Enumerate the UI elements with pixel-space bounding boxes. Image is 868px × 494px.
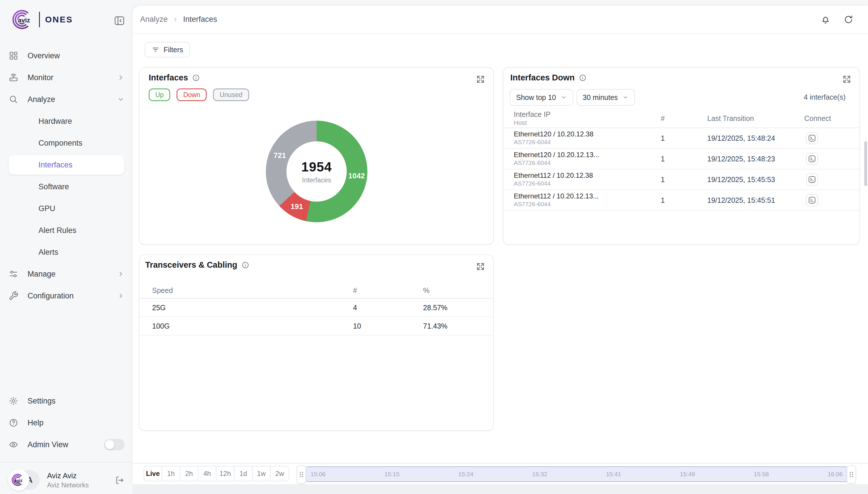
help-icon: [8, 418, 18, 428]
sliders-icon: [8, 269, 18, 279]
range-2h[interactable]: 2h: [180, 467, 198, 481]
admin-view-toggle[interactable]: [104, 439, 124, 450]
range-12h[interactable]: 12h: [216, 467, 235, 481]
gear-icon: [8, 396, 18, 406]
interfaces-down-title: Interfaces Down: [510, 73, 575, 82]
sidebar-footer: Settings Help Admin View: [0, 390, 133, 456]
sidebar-item-help[interactable]: Help: [0, 412, 133, 434]
sidebar-header: aviz ONES: [0, 0, 133, 40]
show-top-dropdown[interactable]: Show top 10: [510, 89, 573, 106]
main-panel: Analyze Interfaces: [133, 6, 868, 484]
info-icon[interactable]: [579, 74, 587, 82]
table-row: Ethernet112 / 10.20.12.13... AS7726-6044…: [504, 190, 860, 211]
donut-slice-label-unused: 721: [274, 151, 286, 160]
notifications-bell-icon[interactable]: [820, 14, 831, 25]
sidebar-item-alert-rules[interactable]: Alert Rules: [0, 220, 133, 241]
chevron-right-icon: [117, 74, 124, 81]
scrollbar-thumb[interactable]: [864, 141, 867, 186]
show-top-value: Show top 10: [516, 93, 556, 102]
table-header-row: Interface IP Host # Last Transition Conn…: [504, 109, 860, 128]
avatar-logo-icon: aviz: [8, 469, 29, 491]
refresh-icon[interactable]: [843, 14, 854, 25]
info-icon[interactable]: [241, 261, 250, 269]
donut-total: 1954: [301, 159, 332, 175]
breadcrumb-chevron-icon: [172, 16, 179, 23]
expand-icon[interactable]: [476, 75, 485, 84]
sidebar-item-gpu[interactable]: GPU: [0, 197, 133, 220]
timeline-right-handle[interactable]: [847, 465, 856, 484]
timeline-slider: 15:06 15:15 15:24 15:32 15:41 15:49 15:5…: [297, 466, 856, 482]
user-org: Aviz Networks: [47, 481, 115, 489]
interfaces-card: Interfaces Up Down Unused: [139, 67, 494, 245]
col-connect: Connect: [804, 114, 848, 122]
user-name: Aviz Aviz: [47, 471, 115, 480]
sidebar-item-manage[interactable]: Manage: [0, 263, 133, 285]
time-tick: 15:49: [680, 471, 695, 478]
sidebar-item-hardware[interactable]: Hardware: [0, 110, 133, 132]
connect-terminal-button[interactable]: [806, 132, 818, 144]
sidebar-item-admin-view[interactable]: Admin View: [0, 434, 133, 456]
chevron-right-icon: [117, 292, 124, 300]
transceivers-title: Transceivers & Cabling: [145, 260, 237, 270]
sidebar-item-label: Hardware: [38, 117, 124, 126]
expand-icon[interactable]: [476, 262, 485, 271]
chip-down[interactable]: Down: [177, 89, 207, 101]
bottom-strip: [133, 484, 868, 494]
range-1h[interactable]: 1h: [162, 467, 180, 481]
filters-label: Filters: [164, 46, 183, 54]
breadcrumb-analyze[interactable]: Analyze: [140, 15, 167, 24]
breadcrumb-interfaces[interactable]: Interfaces: [183, 15, 217, 24]
donut-slice-label-down: 191: [291, 202, 303, 211]
time-tick: 15:41: [606, 471, 621, 478]
interface-count: 4 interface(s): [804, 93, 846, 101]
sidebar-item-label: GPU: [38, 204, 124, 213]
col-last-transition: Last Transition: [707, 114, 804, 122]
range-4h[interactable]: 4h: [198, 467, 216, 481]
sidebar-item-overview[interactable]: Overview: [0, 45, 133, 66]
sidebar-item-alerts[interactable]: Alerts: [0, 241, 133, 263]
table-row: Ethernet120 / 10.20.12.38 AS7726-6044 1 …: [504, 128, 860, 149]
logout-icon[interactable]: [115, 475, 124, 485]
chip-up[interactable]: Up: [149, 89, 170, 101]
time-window-dropdown[interactable]: 30 minutes: [576, 89, 635, 106]
chip-unused[interactable]: Unused: [213, 89, 249, 101]
range-2w[interactable]: 2w: [271, 467, 289, 481]
sidebar-item-interfaces[interactable]: Interfaces: [8, 155, 124, 175]
router-icon: [8, 73, 18, 82]
expand-icon[interactable]: [842, 75, 851, 84]
sidebar-collapse-icon[interactable]: [114, 15, 125, 26]
range-1d[interactable]: 1d: [235, 467, 253, 481]
timeline-left-handle[interactable]: [297, 465, 306, 484]
sidebar-item-label: Configuration: [27, 291, 117, 300]
table-row: Ethernet120 / 10.20.12.13... AS7726-6044…: [504, 149, 860, 169]
app-root: aviz ONES Overview: [0, 0, 868, 494]
interfaces-down-table: Interface IP Host # Last Transition Conn…: [504, 109, 860, 211]
sidebar-item-components[interactable]: Components: [0, 132, 133, 154]
sidebar-item-configuration[interactable]: Configuration: [0, 285, 133, 307]
aviz-logo-icon: aviz: [12, 8, 36, 31]
product-name: ONES: [45, 15, 73, 24]
sidebar-item-label: Alert Rules: [38, 226, 124, 235]
connect-terminal-button[interactable]: [806, 173, 818, 186]
sidebar-item-monitor[interactable]: Monitor: [0, 66, 133, 89]
eye-icon: [8, 440, 18, 450]
topbar: Analyze Interfaces: [133, 6, 868, 34]
timeline-selected-band[interactable]: 15:06 15:15 15:24 15:32 15:41 15:49 15:5…: [306, 467, 847, 482]
user-row[interactable]: A aviz Aviz Aviz Aviz Networks: [0, 467, 133, 494]
connect-terminal-button[interactable]: [806, 194, 818, 206]
col-percent: %: [423, 286, 482, 295]
time-tick: 16:06: [828, 471, 843, 478]
sidebar: aviz ONES Overview: [0, 0, 133, 494]
search-icon: [8, 95, 18, 104]
toggle-knob: [105, 440, 114, 449]
range-1w[interactable]: 1w: [253, 467, 271, 481]
grid-icon: [8, 51, 18, 61]
range-live[interactable]: Live: [144, 467, 162, 481]
sidebar-item-settings[interactable]: Settings: [0, 390, 133, 412]
info-icon[interactable]: [192, 74, 200, 82]
range-buttons: Live 1h 2h 4h 12h 1d 1w 2w: [143, 466, 289, 481]
connect-terminal-button[interactable]: [806, 153, 818, 165]
filters-button[interactable]: Filters: [145, 42, 190, 57]
sidebar-item-analyze[interactable]: Analyze: [0, 89, 133, 110]
sidebar-item-software[interactable]: Software: [0, 176, 133, 197]
